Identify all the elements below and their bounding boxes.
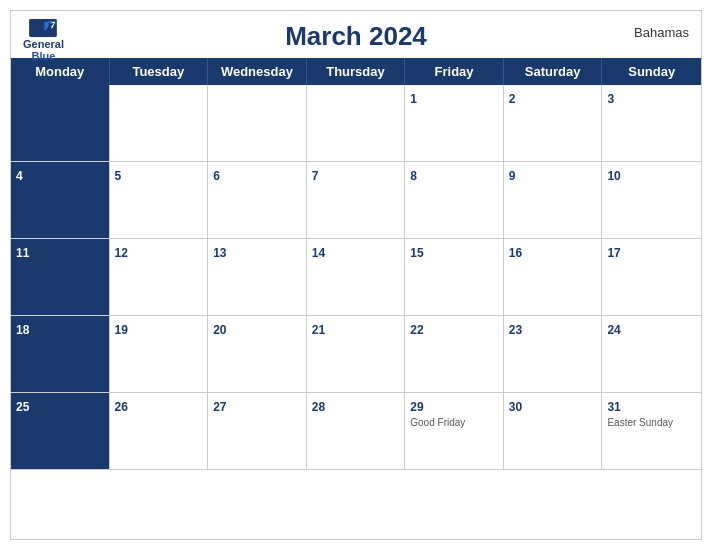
calendar: General Blue March 2024 Bahamas MondayTu… — [10, 10, 702, 540]
date-number: 25 — [16, 400, 29, 414]
cal-cell: 7 — [307, 162, 406, 239]
cal-cell: 14 — [307, 239, 406, 316]
cal-cell: 10 — [602, 162, 701, 239]
cal-cell: 1 — [405, 85, 504, 162]
cal-cell: 25 — [11, 393, 110, 470]
day-header-wednesday: Wednesday — [208, 58, 307, 85]
date-number: 6 — [213, 169, 220, 183]
day-header-tuesday: Tuesday — [110, 58, 209, 85]
cal-cell: 6 — [208, 162, 307, 239]
cal-cell: 9 — [504, 162, 603, 239]
cal-cell: 20 — [208, 316, 307, 393]
date-number: 24 — [607, 323, 620, 337]
date-number: 27 — [213, 400, 226, 414]
cal-cell: 18 — [11, 316, 110, 393]
calendar-header: General Blue March 2024 Bahamas — [11, 11, 701, 58]
day-header-friday: Friday — [405, 58, 504, 85]
date-number: 4 — [16, 169, 23, 183]
cal-cell: 28 — [307, 393, 406, 470]
date-number: 30 — [509, 400, 522, 414]
cal-cell: 19 — [110, 316, 209, 393]
cal-cell — [11, 85, 110, 162]
cal-cell: 27 — [208, 393, 307, 470]
cal-cell: 12 — [110, 239, 209, 316]
cal-cell: 4 — [11, 162, 110, 239]
date-number: 22 — [410, 323, 423, 337]
cal-cell: 29Good Friday — [405, 393, 504, 470]
cal-cell: 2 — [504, 85, 603, 162]
country-label: Bahamas — [634, 25, 689, 40]
date-number: 26 — [115, 400, 128, 414]
day-header-thursday: Thursday — [307, 58, 406, 85]
week-row-3: 11121314151617 — [11, 239, 701, 316]
cal-cell: 13 — [208, 239, 307, 316]
cal-cell: 15 — [405, 239, 504, 316]
date-number: 5 — [115, 169, 122, 183]
event-label: Easter Sunday — [607, 417, 696, 428]
week-row-5: 2526272829Good Friday3031Easter Sunday — [11, 393, 701, 470]
date-number: 29 — [410, 400, 423, 414]
cal-cell: 31Easter Sunday — [602, 393, 701, 470]
cal-cell: 26 — [110, 393, 209, 470]
day-header-sunday: Sunday — [602, 58, 701, 85]
logo-general-text: General — [23, 38, 64, 50]
cal-cell — [307, 85, 406, 162]
logo: General Blue — [23, 19, 64, 62]
week-row-2: 45678910 — [11, 162, 701, 239]
date-number: 18 — [16, 323, 29, 337]
cal-cell — [110, 85, 209, 162]
date-number: 7 — [312, 169, 319, 183]
cal-cell: 5 — [110, 162, 209, 239]
cal-cell: 16 — [504, 239, 603, 316]
calendar-body: 1234567891011121314151617181920212223242… — [11, 85, 701, 521]
date-number: 1 — [410, 92, 417, 106]
date-number: 15 — [410, 246, 423, 260]
date-number: 13 — [213, 246, 226, 260]
date-number: 2 — [509, 92, 516, 106]
date-number: 11 — [16, 246, 29, 260]
day-header-saturday: Saturday — [504, 58, 603, 85]
cal-cell: 17 — [602, 239, 701, 316]
date-number: 31 — [607, 400, 620, 414]
date-number: 20 — [213, 323, 226, 337]
date-number: 19 — [115, 323, 128, 337]
date-number: 8 — [410, 169, 417, 183]
cal-cell: 23 — [504, 316, 603, 393]
date-number: 3 — [607, 92, 614, 106]
date-number: 16 — [509, 246, 522, 260]
cal-cell: 11 — [11, 239, 110, 316]
cal-cell: 21 — [307, 316, 406, 393]
date-number: 12 — [115, 246, 128, 260]
logo-blue-text: Blue — [32, 50, 56, 62]
cal-cell: 24 — [602, 316, 701, 393]
week-row-1: 123 — [11, 85, 701, 162]
event-label: Good Friday — [410, 417, 498, 428]
cal-cell — [208, 85, 307, 162]
date-number: 21 — [312, 323, 325, 337]
date-number: 28 — [312, 400, 325, 414]
date-number: 9 — [509, 169, 516, 183]
month-title: March 2024 — [285, 21, 427, 52]
cal-cell: 8 — [405, 162, 504, 239]
week-row-4: 18192021222324 — [11, 316, 701, 393]
cal-cell: 3 — [602, 85, 701, 162]
cal-cell: 22 — [405, 316, 504, 393]
date-number: 17 — [607, 246, 620, 260]
day-headers: MondayTuesdayWednesdayThursdayFridaySatu… — [11, 58, 701, 85]
logo-icon — [29, 19, 57, 37]
svg-rect-0 — [30, 19, 58, 37]
date-number: 23 — [509, 323, 522, 337]
date-number: 14 — [312, 246, 325, 260]
date-number: 10 — [607, 169, 620, 183]
cal-cell: 30 — [504, 393, 603, 470]
